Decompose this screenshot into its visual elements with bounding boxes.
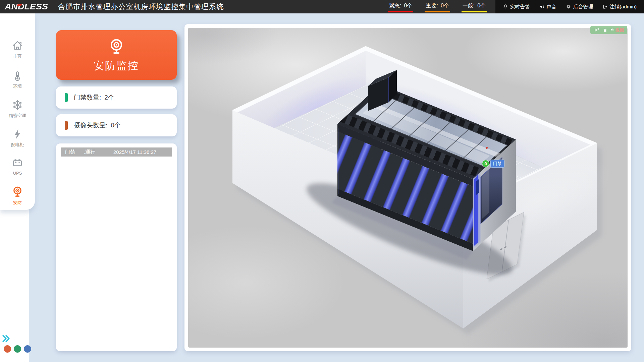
door-access-marker-badge[interactable]: 0	[482, 160, 489, 167]
gears-icon[interactable]	[593, 27, 600, 33]
machine-room-3d-view[interactable]: 0 门禁	[188, 28, 628, 348]
sidebar-item-precision-ac[interactable]: 精密空调	[0, 99, 35, 119]
alarm-count: 0个	[441, 2, 449, 9]
alarm-counter-general[interactable]: 一般: 0个	[462, 1, 487, 12]
sidebar-item-power-cabinet[interactable]: 配电柜	[0, 128, 35, 148]
security-camera-icon	[11, 185, 24, 198]
door-access-marker-label[interactable]: 门禁	[490, 160, 504, 168]
stat-card-door-access: 门禁数量: 2个	[56, 86, 177, 109]
speaker-icon	[539, 4, 545, 9]
top-menu: 实时告警 声音 后台管理 注销(admin)	[495, 0, 644, 13]
undo-icon	[610, 28, 615, 32]
sidebar-item-home[interactable]: 主页	[0, 40, 35, 59]
alarm-counter-important[interactable]: 重要: 0个	[425, 1, 450, 12]
sidebar-item-label: UPS	[13, 171, 22, 176]
menu-item-label: 实时告警	[510, 4, 530, 10]
back-button[interactable]: 返回	[610, 27, 624, 33]
sidebar-item-label: 配电柜	[11, 142, 24, 148]
lightning-icon	[11, 128, 23, 140]
security-monitor-label: 安防监控	[94, 59, 139, 73]
sidebar-item-environment[interactable]: 环境	[0, 70, 35, 89]
stat-value: 0个	[111, 121, 121, 130]
alarm-label: 重要:	[426, 2, 438, 9]
alarm-counter-critical[interactable]: 紧急: 0个	[388, 1, 413, 12]
top-bar: ANDLESS 合肥市排水管理办公室机房环境监控集中管理系统 紧急: 0个 重要…	[0, 0, 644, 13]
logout-icon	[602, 4, 608, 9]
alarm-counters: 紧急: 0个 重要: 0个 一般: 0个	[388, 1, 487, 12]
sidebar-item-ups[interactable]: UPS	[0, 157, 35, 176]
sidebar-item-label: 精密空调	[9, 113, 26, 119]
sidebar-item-label: 环境	[13, 83, 22, 89]
event-status: ,通行	[84, 149, 113, 155]
sidebar-item-label: 主页	[13, 53, 22, 59]
sidebar: 主页 环境 精密空调 配电柜 UPS	[0, 13, 29, 362]
machine-room-scene	[188, 28, 628, 348]
home-icon	[11, 40, 23, 52]
thermometer-icon	[11, 70, 23, 82]
status-dots	[4, 345, 31, 353]
stat-card-cameras: 摄像头数量: 0个	[56, 114, 177, 136]
sidebar-expand-button[interactable]	[1, 334, 11, 345]
alarm-label: 一般:	[463, 2, 475, 9]
scene-toolbar: 返回	[590, 26, 627, 34]
battery-icon	[11, 157, 23, 169]
stat-label: 摄像头数量:	[74, 121, 107, 130]
security-monitor-button[interactable]: 安防监控	[56, 30, 177, 80]
stat-label: 门禁数量:	[74, 93, 101, 102]
snowflake-icon	[11, 99, 23, 111]
menu-item-logout[interactable]: 注销(admin)	[602, 4, 637, 10]
status-dot-green[interactable]	[14, 345, 21, 353]
sidebar-item-security[interactable]: 安防	[0, 185, 35, 206]
event-time: 2025/4/17 11:36:27	[113, 149, 156, 155]
alarm-count: 0个	[404, 2, 413, 9]
double-chevron-right-icon	[1, 334, 11, 343]
menu-item-label: 注销(admin)	[609, 4, 637, 10]
alarm-label: 紧急:	[389, 2, 401, 9]
menu-item-realtime-alarms[interactable]: 实时告警	[503, 4, 530, 10]
menu-item-admin[interactable]: 后台管理	[566, 4, 593, 10]
home-icon[interactable]	[603, 28, 607, 33]
webcam-icon	[107, 37, 126, 56]
back-button-label: 返回	[615, 27, 624, 33]
bell-icon	[503, 4, 508, 9]
sidebar-item-label: 安防	[13, 200, 22, 206]
status-dot-blue[interactable]	[24, 345, 31, 353]
stat-bar-orange	[65, 121, 68, 130]
menu-item-label: 声音	[546, 4, 556, 10]
menu-item-sound[interactable]: 声音	[539, 4, 556, 10]
event-log-panel: 门禁 ,通行 2025/4/17 11:36:27	[56, 143, 177, 351]
stat-bar-green	[65, 93, 68, 102]
event-device: 门禁	[65, 149, 84, 155]
alarm-count: 0个	[477, 2, 486, 9]
brand-logo: ANDLESS	[5, 2, 48, 12]
machine-room-panel: 返回	[184, 24, 631, 351]
system-title: 合肥市排水管理办公室机房环境监控集中管理系统	[58, 2, 224, 11]
app-root: ANDLESS 合肥市排水管理办公室机房环境监控集中管理系统 紧急: 0个 重要…	[0, 0, 644, 362]
brand-logo-text: ANDLESS	[5, 2, 48, 11]
stat-value: 2个	[104, 93, 114, 102]
gear-icon	[566, 4, 571, 9]
menu-item-label: 后台管理	[573, 4, 593, 10]
status-dot-orange[interactable]	[4, 345, 11, 353]
event-log-row[interactable]: 门禁 ,通行 2025/4/17 11:36:27	[61, 147, 172, 157]
